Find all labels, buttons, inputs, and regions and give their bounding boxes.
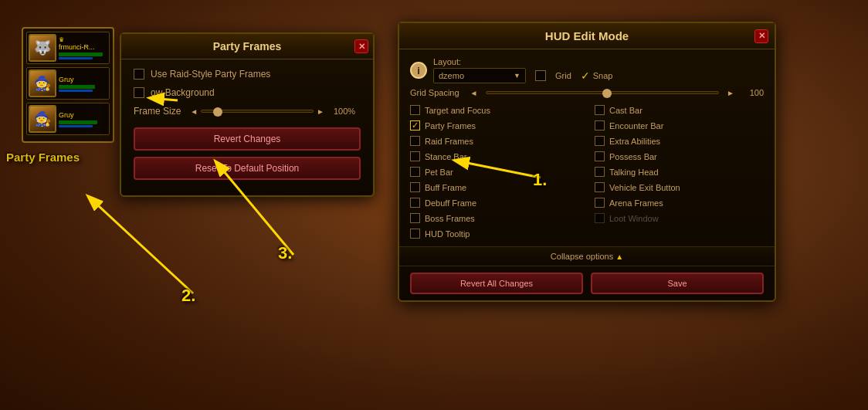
frame-size-row: Frame Size ◄ ► 100% xyxy=(134,106,361,117)
config-body: Use Raid-Style Party Frames ow Backgroun… xyxy=(121,59,373,195)
opt-extra-abilities: Extra Abilities xyxy=(595,136,764,146)
avatar-3: 🧙 xyxy=(29,105,56,133)
config-header: Party Frames ✕ xyxy=(121,34,373,59)
mana-bar-1 xyxy=(59,57,93,59)
opt-target-focus: Target and Focus xyxy=(410,105,579,115)
opt-possess-bar: Possess Bar xyxy=(595,151,764,161)
boss-frames-checkbox[interactable] xyxy=(410,213,420,223)
slider-right-arrow[interactable]: ► xyxy=(317,107,324,116)
pet-bar-label: Pet Bar xyxy=(425,168,453,177)
target-focus-checkbox[interactable] xyxy=(410,105,420,115)
party-frames-label: Party Frames xyxy=(425,121,476,130)
arena-frames-checkbox[interactable] xyxy=(595,198,605,208)
avatar-1: 🐺 xyxy=(29,34,56,62)
cast-bar-label: Cast Bar xyxy=(609,106,643,115)
extra-abilities-label: Extra Abilities xyxy=(609,137,660,146)
info-icon: i xyxy=(410,62,427,79)
health-bar-1 xyxy=(59,53,103,56)
hud-window: HUD Edit Mode ✕ i Layout: dzemo ▼ Grid xyxy=(398,22,776,302)
dropdown-arrow-icon: ▼ xyxy=(514,72,520,80)
pet-bar-checkbox[interactable] xyxy=(410,167,420,177)
raid-style-checkbox[interactable] xyxy=(134,69,144,80)
buff-frame-checkbox[interactable] xyxy=(410,182,420,192)
mana-bar-2 xyxy=(59,90,93,92)
opt-cast-bar: Cast Bar xyxy=(595,105,764,115)
party-config-window: Party Frames ✕ Use Raid-Style Party Fram… xyxy=(120,32,375,197)
talking-head-checkbox[interactable] xyxy=(595,167,605,177)
raid-style-option: Use Raid-Style Party Frames xyxy=(134,69,361,80)
revert-all-changes-button[interactable]: Revert All Changes xyxy=(410,273,583,294)
stance-bar-checkbox[interactable] xyxy=(410,151,420,161)
opt-encounter-bar: Encounter Bar xyxy=(595,120,764,130)
grid-spacing-left-arrow[interactable]: ◄ xyxy=(470,89,478,97)
cast-bar-checkbox[interactable] xyxy=(595,105,605,115)
hud-tooltip-label: HUD Tooltip xyxy=(425,229,470,239)
encounter-bar-checkbox[interactable] xyxy=(595,120,605,130)
opt-pet-bar: Pet Bar xyxy=(410,167,579,177)
party-config-close-button[interactable]: ✕ xyxy=(354,39,368,53)
possess-bar-checkbox[interactable] xyxy=(595,151,605,161)
options-left-column: Target and Focus ✓ Party Frames Raid Fra… xyxy=(410,105,579,239)
snap-check: ✓ Snap xyxy=(581,69,613,82)
member-name-3: Gruy xyxy=(59,111,107,119)
layout-dropdown[interactable]: dzemo ▼ xyxy=(433,68,526,83)
grid-spacing-right-arrow[interactable]: ► xyxy=(727,89,734,97)
mana-bar-3 xyxy=(59,125,93,127)
hud-close-button[interactable]: ✕ xyxy=(754,29,768,43)
extra-abilities-checkbox[interactable] xyxy=(595,136,605,146)
party-frames-check-icon: ✓ xyxy=(412,120,419,130)
hud-body: i Layout: dzemo ▼ Grid ✓ xyxy=(399,49,775,246)
loot-window-checkbox xyxy=(595,213,605,223)
grid-spacing-value: 100 xyxy=(742,88,764,97)
hud-titlebar: HUD Edit Mode ✕ xyxy=(399,23,775,49)
snap-checkmark-icon: ✓ xyxy=(581,69,590,82)
opt-talking-head: Talking Head xyxy=(595,167,764,177)
vehicle-exit-checkbox[interactable] xyxy=(595,182,605,192)
hud-tooltip-checkbox[interactable] xyxy=(410,229,420,239)
opt-hud-tooltip: HUD Tooltip xyxy=(410,229,579,239)
target-focus-label: Target and Focus xyxy=(425,106,490,115)
options-columns: Target and Focus ✓ Party Frames Raid Fra… xyxy=(410,105,764,239)
grid-checkbox[interactable] xyxy=(535,70,546,81)
party-frames-panel: 🐺 ♛ frmunci-R... 🧙 Gruy 🧙 Gruy xyxy=(22,27,114,143)
raid-frames-label: Raid Frames xyxy=(425,137,473,146)
stance-bar-label: Stance Bar xyxy=(425,152,466,161)
opt-arena-frames: Arena Frames xyxy=(595,198,764,208)
opt-debuff-frame: Debuff Frame xyxy=(410,198,579,208)
options-right-column: Cast Bar Encounter Bar Extra Abilities P… xyxy=(595,105,764,239)
possess-bar-label: Possess Bar xyxy=(609,152,657,161)
reset-position-button[interactable]: Reset To Default Position xyxy=(134,157,361,180)
snap-label: Snap xyxy=(593,71,613,80)
show-bg-checkbox[interactable] xyxy=(134,87,144,98)
crown-icon: ♛ xyxy=(59,36,107,43)
opt-stance-bar: Stance Bar xyxy=(410,151,579,161)
opt-boss-frames: Boss Frames xyxy=(410,213,579,223)
loot-window-label: Loot Window xyxy=(609,214,659,223)
collapse-label: Collapse options xyxy=(551,252,613,261)
member-name-1: frmunci-R... xyxy=(59,43,107,51)
party-member-3: 🧙 Gruy xyxy=(26,103,110,135)
party-member-1: 🐺 ♛ frmunci-R... xyxy=(26,32,110,64)
frame-size-slider[interactable] xyxy=(201,110,314,113)
opt-loot-window: Loot Window xyxy=(595,213,764,223)
revert-changes-button[interactable]: Revert Changes xyxy=(134,127,361,151)
health-bar-3 xyxy=(59,120,97,124)
raid-frames-checkbox[interactable] xyxy=(410,136,420,146)
grid-spacing-thumb xyxy=(602,89,612,98)
party-frames-checkbox[interactable]: ✓ xyxy=(410,120,420,130)
layout-label: Layout: xyxy=(433,57,764,66)
encounter-bar-label: Encounter Bar xyxy=(609,121,663,130)
layout-row: i Layout: dzemo ▼ Grid ✓ xyxy=(410,57,764,83)
party-member-2: 🧙 Gruy xyxy=(26,67,110,100)
vehicle-exit-label: Vehicle Exit Button xyxy=(609,183,680,192)
save-button[interactable]: Save xyxy=(591,273,764,294)
grid-check: Grid xyxy=(535,70,571,81)
grid-spacing-row: Grid Spacing ◄ ► 100 xyxy=(410,88,764,97)
grid-spacing-slider[interactable] xyxy=(486,91,720,94)
grid-spacing-label: Grid Spacing xyxy=(410,88,459,97)
avatar-2: 🧙 xyxy=(29,69,56,97)
collapse-options-row[interactable]: Collapse options ▲ xyxy=(399,246,775,266)
member-name-2: Gruy xyxy=(59,76,107,83)
debuff-frame-checkbox[interactable] xyxy=(410,198,420,208)
slider-left-arrow[interactable]: ◄ xyxy=(190,107,198,116)
